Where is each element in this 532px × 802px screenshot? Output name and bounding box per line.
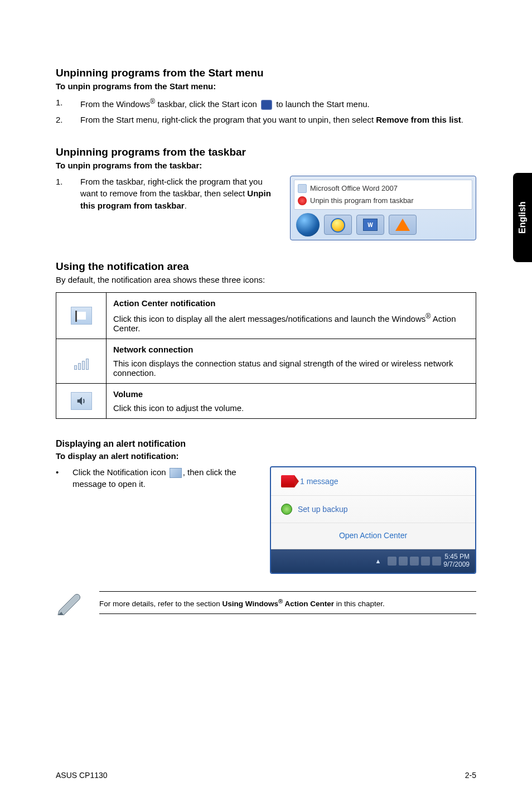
table-row: Action Center notification Click this ic…	[56, 292, 476, 339]
screenshot-action-center-popup: 1 message Set up backup Open Action Cent…	[270, 466, 476, 574]
unpin-icon	[298, 196, 307, 205]
desc-cell: Action Center notification Click this ic…	[107, 292, 476, 339]
intro-text: By default, the notification area shows …	[56, 275, 476, 284]
tray-flag-icon	[421, 557, 430, 566]
open-action-center-link: Open Action Center	[271, 523, 475, 549]
menu-row: Microsoft Office Word 2007	[298, 182, 468, 195]
taskbar-ie-icon	[324, 215, 352, 235]
backup-text: Set up backup	[298, 505, 348, 514]
menu-row: Unpin this program from taskbar	[298, 195, 468, 207]
taskbar-word-icon: W	[356, 215, 384, 235]
list-item: 1. From the taskbar, right-click the pro…	[56, 176, 277, 212]
network-icon	[71, 352, 92, 370]
taskbar-media-icon	[389, 215, 417, 235]
word-icon	[298, 184, 307, 193]
backup-icon	[281, 504, 292, 515]
step-text: From the Windows® taskbar, click the Sta…	[80, 96, 476, 110]
table-row: Network connection This icon displays th…	[56, 339, 476, 383]
language-tab: English	[513, 173, 532, 262]
icon-cell	[56, 292, 107, 339]
system-tray: ▲ 5:45 PM 9/7/2009	[271, 549, 475, 573]
tray-icon	[432, 557, 441, 566]
action-center-flag-icon	[71, 307, 92, 325]
step-text: Click the Notification icon , then click…	[72, 466, 257, 491]
tray-chevron-icon: ▲	[375, 558, 381, 564]
tray-clock: 5:45 PM 9/7/2009	[443, 553, 470, 568]
row-title: Action Center notification	[113, 298, 469, 308]
list-item: • Click the Notification icon , then cli…	[56, 466, 257, 491]
tray-icon	[399, 557, 408, 566]
section-alert-notification: Displaying an alert notification To disp…	[56, 439, 476, 615]
message-text: 1 message	[300, 477, 338, 486]
heading-unpin-start: Unpinning programs from the Start menu	[56, 67, 476, 79]
note-block: For more details, refer to the section U…	[56, 591, 476, 615]
heading-notification: Using the notification area	[56, 260, 476, 273]
subsection-heading: Displaying an alert notification	[56, 439, 476, 449]
popup-message-row: 1 message	[271, 467, 475, 496]
row-title: Volume	[113, 389, 469, 399]
pencil-note-icon	[56, 591, 84, 615]
heading-unpin-taskbar: Unpinning programs from the taskbar	[56, 146, 476, 158]
row-title: Network connection	[113, 345, 469, 354]
menu-text: Unpin this program from taskbar	[310, 196, 414, 205]
menu-text: Microsoft Office Word 2007	[310, 184, 398, 192]
tray-icon	[410, 557, 419, 566]
start-orb-icon	[261, 100, 272, 110]
volume-icon	[71, 392, 92, 410]
section-notification-area: Using the notification area By default, …	[56, 260, 476, 419]
step-text: From the Start menu, right-click the pro…	[80, 114, 476, 126]
notification-flag-icon	[170, 468, 182, 478]
icon-cell	[56, 383, 107, 418]
notification-table: Action Center notification Click this ic…	[56, 292, 476, 419]
icon-cell	[56, 339, 107, 383]
message-flag-icon	[281, 475, 294, 487]
step-number: 1.	[56, 176, 80, 212]
section-unpin-taskbar: Unpinning programs from the taskbar To u…	[56, 146, 476, 240]
tray-icon	[388, 557, 396, 566]
popup-backup-row: Set up backup	[271, 496, 475, 523]
subhead-unpin-start: To unpin programs from the Start menu:	[56, 81, 476, 91]
footer-page-number: 2-5	[465, 771, 476, 780]
step-number: 2.	[56, 114, 80, 126]
list-item: 2. From the Start menu, right-click the …	[56, 114, 476, 126]
step-text: From the taskbar, right-click the progra…	[80, 176, 277, 212]
footer-model: ASUS CP1130	[56, 771, 108, 780]
language-label: English	[518, 201, 528, 234]
bullet: •	[56, 466, 72, 491]
table-row: Volume Click this icon to adjust the vol…	[56, 383, 476, 418]
desc-cell: Volume Click this icon to adjust the vol…	[107, 383, 476, 418]
section-unpin-start: Unpinning programs from the Start menu T…	[56, 67, 476, 126]
list-item: 1. From the Windows® taskbar, click the …	[56, 96, 476, 110]
subhead-alert: To display an alert notification:	[56, 451, 476, 461]
page-footer: ASUS CP1130 2-5	[56, 771, 476, 780]
desc-cell: Network connection This icon displays th…	[107, 339, 476, 383]
taskbar: W	[294, 210, 472, 240]
start-button-icon	[296, 213, 320, 236]
screenshot-taskbar-menu: Microsoft Office Word 2007 Unpin this pr…	[290, 176, 476, 240]
subhead-unpin-taskbar: To unpin programs from the taskbar:	[56, 161, 476, 170]
step-number: 1.	[56, 96, 80, 110]
note-text: For more details, refer to the section U…	[99, 591, 476, 614]
